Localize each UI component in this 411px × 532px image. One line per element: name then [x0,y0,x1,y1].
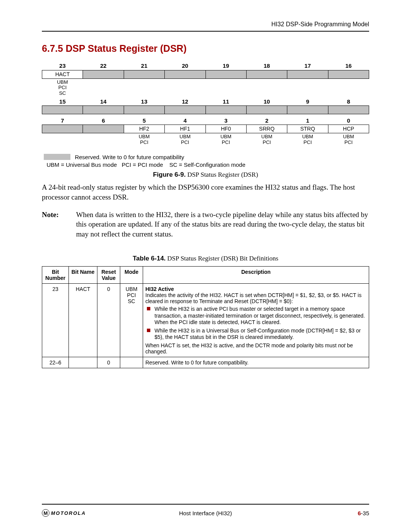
mode-cell: UBMPCI [246,133,287,146]
list-item: While the HI32 is in a Universal Bus or … [145,328,366,341]
header-right: HI32 DSP-Side Programming Model [42,21,369,28]
bit-field: HCP [328,125,369,133]
cell-description: HI32 Active Indicates the activity of th… [143,284,369,357]
figure-text: DSP Status Register (DSR) [187,171,258,178]
note-text: When data is written to the HI32, there … [76,210,369,239]
bit-num: 15 [42,97,83,105]
th-reset-value: Reset Value [97,267,120,284]
bit-field: SRRQ [246,125,287,133]
note-block: Note: When data is written to the HI32, … [42,210,369,239]
bit-reserved [246,105,287,114]
bit-num: 8 [328,97,369,105]
table-caption: Table 6-14. DSP Status Register (DSR) Bi… [42,255,369,262]
mode-cell: UBM PCI SC [42,78,83,97]
table-label: Table 6-14. [133,255,166,262]
bit-reserved [206,105,246,114]
footer-rule [42,504,369,505]
th-bit-name: Bit Name [69,267,97,284]
th-mode: Mode [120,267,143,284]
bit-num: 13 [124,97,164,105]
bit-field: STRQ [287,125,328,133]
bit-field: HF1 [165,125,206,133]
th-description: Description [143,267,369,284]
bit-reserved [165,105,206,114]
bit-num: 4 [165,116,206,125]
bit-reserved [328,70,369,78]
bit-num: 0 [328,116,369,125]
bullet-icon [147,329,150,332]
section-heading: DSP Status Register (DSR) [66,43,187,54]
bit-num: 10 [246,97,287,105]
bit-num: 18 [246,62,287,70]
cell-mode: UBM PCI SC [120,284,143,357]
bit-num: 7 [42,116,83,125]
bit-reserved [124,70,164,78]
footer: M MOTOROLA Host Interface (HI32) 6-35 [42,509,369,517]
bit-num: 1 [287,116,328,125]
bit-num: 9 [287,97,328,105]
bit-reserved [328,105,369,114]
bit-reserved [42,105,83,114]
note-label: Note: [42,210,76,239]
table-caption-text: DSP Status Register (DSR) Bit Definition… [167,255,279,262]
figure-caption: Figure 6-9. DSP Status Register (DSR) [42,171,369,179]
mode-cell: UBMPCI [206,133,246,146]
bit-reserved [246,70,287,78]
cell-reset: 0 [97,357,120,368]
table-row: 23 HACT 0 UBM PCI SC HI32 Active Indicat… [42,284,369,357]
bit-num: 11 [206,97,246,105]
cell-reset: 0 [97,284,120,357]
mode-cell: UBMPCI [328,133,369,146]
cell-mode [120,357,143,368]
register-diagram: 23 22 21 20 19 18 17 16 HACT UBM PCI SC [42,62,369,169]
desc-outro: When HACT is set, the HI32 is active, an… [145,342,366,355]
bit-num: 14 [83,97,124,105]
bit-reserved [165,70,206,78]
bit-definition-table: Bit Number Bit Name Reset Value Mode Des… [42,266,369,368]
bit-num: 16 [328,62,369,70]
bit-reserved [83,125,124,133]
bit-num: 12 [165,97,206,105]
bit-num: 21 [124,62,164,70]
legend-swatch [44,154,70,160]
table-row: 22–6 0 Reserved. Write to 0 for future c… [42,357,369,368]
list-item: While the HI32 is an active PCI bus mast… [145,306,366,326]
bit-reserved [287,70,328,78]
section-number: 6.7.5 [42,43,63,54]
bit-num: 5 [124,116,164,125]
bit-field: HF0 [206,125,246,133]
mode-cell: UBMPCI [124,133,164,146]
bit-num: 3 [206,116,246,125]
bit-num: 6 [83,116,124,125]
cell-bitnum: 22–6 [42,357,69,368]
cell-bitname: HACT [69,284,97,357]
bit-num: 23 [42,62,83,70]
bit-num: 2 [246,116,287,125]
bit-reserved [124,105,164,114]
section-title: 6.7.5 DSP Status Register (DSR) [42,43,369,54]
cell-bitnum: 23 [42,284,69,357]
legend-reserved: Reserved. Write to 0 for future compatib… [75,153,184,160]
desc-bullets: While the HI32 is an active PCI bus mast… [145,306,366,341]
desc-intro: Indicates the activity of the HI32. HACT… [145,292,366,304]
bit-reserved [287,105,328,114]
figure-label: Figure 6-9. [153,171,186,178]
bit-reserved [42,125,83,133]
bit-reserved [83,105,124,114]
bit-reserved [83,70,124,78]
cell-bitname [69,357,97,368]
bit-num: 20 [165,62,206,70]
cell-description: Reserved. Write to 0 for future compatib… [143,357,369,368]
bit-field: HACT [42,70,83,78]
mode-cell: UBMPCI [165,133,206,146]
header-rule [42,31,369,32]
bit-num: 19 [206,62,246,70]
bit-num: 17 [287,62,328,70]
th-bit-number: Bit Number [42,267,69,284]
mode-cell: UBMPCI [287,133,328,146]
desc-title: HI32 Active [145,286,366,292]
footer-center: Host Interface (HI32) [42,510,369,516]
body-paragraph: A 24-bit read-only status register by wh… [42,182,369,202]
bullet-icon [147,307,150,310]
bit-field: HF2 [124,125,164,133]
